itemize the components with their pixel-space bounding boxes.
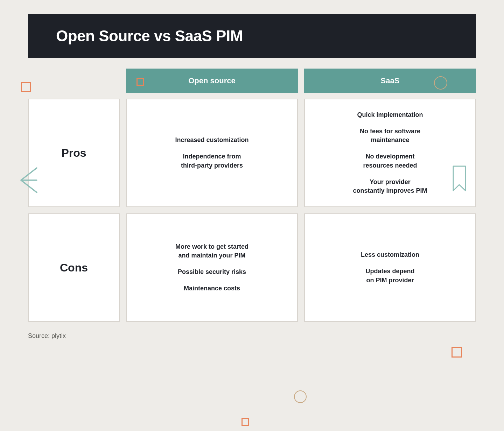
source-label: Source: plytix — [28, 332, 476, 340]
table-area: Open source SaaS Pros Increased customiz… — [28, 69, 476, 322]
cons-os-item-2: Possible security risks — [178, 268, 246, 276]
pros-row: Pros Increased customization Independenc… — [28, 99, 476, 207]
cons-os-item-1: More work to get startedand maintain you… — [175, 242, 248, 260]
cons-saas-item-1: Less customization — [361, 250, 419, 259]
deco-square-bottom-middle — [241, 418, 249, 426]
comparison-grid: Pros Increased customization Independenc… — [28, 99, 476, 322]
deco-square-bottom-right — [451, 347, 462, 358]
pros-os-item-2: Independence fromthird-party providers — [181, 152, 243, 170]
saas-header: SaaS — [304, 69, 476, 93]
header: Open Source vs SaaS PIM — [28, 14, 476, 58]
cons-saas-cell: Less customization Updates dependon PIM … — [304, 213, 476, 322]
pros-os-item-1: Increased customization — [175, 136, 248, 144]
deco-circle-bottom-middle — [294, 390, 307, 403]
cons-row: Cons More work to get startedand maintai… — [28, 213, 476, 322]
page-title: Open Source vs SaaS PIM — [56, 27, 455, 45]
cons-label: Cons — [60, 261, 88, 274]
cons-open-source-cell: More work to get startedand maintain you… — [126, 213, 298, 322]
pros-saas-item-4: Your providerconstantly improves PIM — [353, 178, 427, 195]
pros-open-source-cell: Increased customization Independence fro… — [126, 99, 298, 207]
pros-saas-item-3: No developmentresources needed — [363, 152, 417, 170]
pros-saas-item-1: Quick implementation — [357, 111, 423, 119]
cons-label-cell: Cons — [28, 213, 120, 322]
pros-label-cell: Pros — [28, 99, 120, 207]
pros-label: Pros — [61, 147, 86, 160]
pros-saas-cell: Quick implementation No fees for softwar… — [304, 99, 476, 207]
page-wrapper: Open Source vs SaaS PIM Open source SaaS — [0, 14, 504, 431]
open-source-header: Open source — [126, 69, 298, 93]
pros-saas-item-2: No fees for softwaremaintenance — [360, 127, 420, 144]
column-headers: Open source SaaS — [126, 69, 476, 93]
cons-os-item-3: Maintenance costs — [184, 284, 240, 293]
cons-saas-item-2: Updates dependon PIM provider — [365, 267, 414, 284]
